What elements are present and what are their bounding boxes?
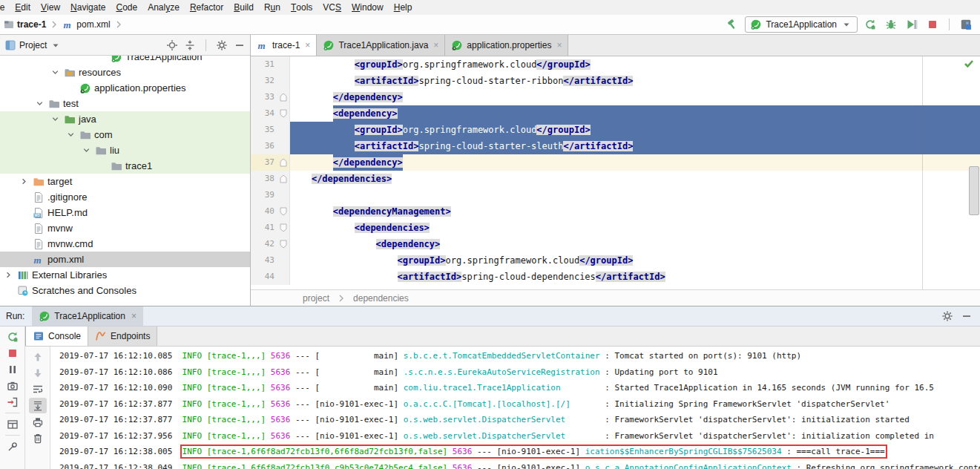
tree-item-application.properties[interactable]: application.properties <box>0 80 250 96</box>
close-icon[interactable]: × <box>131 311 137 321</box>
tree-item-test[interactable]: test <box>0 96 250 111</box>
menu-edit[interactable]: Edit <box>10 0 36 15</box>
code-line-42[interactable]: 42 <dependency> <box>251 236 980 252</box>
close-icon[interactable]: × <box>433 40 438 50</box>
up-stack-trace-button[interactable] <box>29 349 47 364</box>
stop-button[interactable] <box>4 345 22 361</box>
down-stack-trace-button[interactable] <box>29 365 47 381</box>
editor-scrollbar[interactable] <box>969 166 979 215</box>
thread-dump-button[interactable] <box>4 378 22 393</box>
menu-view[interactable]: View <box>36 0 65 15</box>
breadcrumb-pom.xml[interactable]: pom.xml <box>76 19 110 30</box>
code-line-37[interactable]: 37 </dependency> <box>251 154 980 171</box>
scroll-to-end-button[interactable] <box>29 398 47 413</box>
pin-button[interactable] <box>4 439 22 454</box>
print-button[interactable] <box>29 414 47 430</box>
menu-run[interactable]: Run <box>259 0 286 15</box>
editor-body[interactable]: 31 <groupId>org.springframework.cloud</g… <box>251 56 980 289</box>
close-icon[interactable]: × <box>556 40 562 50</box>
tree-item-scratches-and-consoles[interactable]: Scratches and Consoles <box>0 283 250 298</box>
chevron-right-icon[interactable] <box>19 176 30 187</box>
tree-item-external-libraries[interactable]: External Libraries <box>0 267 250 283</box>
tree-item-.gitignore[interactable]: .gitignore <box>0 189 250 205</box>
tab-console[interactable]: Console <box>25 327 88 346</box>
fold-marker-icon[interactable] <box>277 174 289 183</box>
menu-build[interactable]: Build <box>228 0 259 15</box>
menu-tools[interactable]: Tools <box>286 0 318 15</box>
tree-item-mvnw.cmd[interactable]: mvnw.cmd <box>0 236 250 252</box>
menu-vcs[interactable]: VCS <box>318 0 346 15</box>
code-line-39[interactable]: 39 <box>251 187 980 203</box>
fold-marker-icon[interactable] <box>277 240 289 249</box>
collapse-all-button[interactable] <box>184 39 196 51</box>
settings-button[interactable] <box>216 39 228 51</box>
build-button[interactable] <box>724 16 740 33</box>
code-line-35[interactable]: 35 <groupId>org.springframework.cloud</g… <box>251 122 980 138</box>
services-button[interactable] <box>958 16 974 33</box>
run-tab[interactable]: Trace1Application × <box>32 306 143 326</box>
tree-item-target[interactable]: target <box>0 174 250 189</box>
breadcrumb-project[interactable]: project <box>303 293 329 304</box>
code-line-33[interactable]: 33 </dependency> <box>251 89 980 105</box>
hide-button[interactable] <box>234 39 246 51</box>
tree-item-pom.xml[interactable]: mpom.xml <box>0 252 250 267</box>
code-line-31[interactable]: 31 <groupId>org.springframework.cloud</g… <box>251 56 980 73</box>
hide-button[interactable] <box>961 310 973 322</box>
rerun-button[interactable] <box>862 16 878 33</box>
code-line-43[interactable]: 43 <groupId>org.springframework.cloud</g… <box>251 252 980 269</box>
menu-help[interactable]: Help <box>389 0 418 15</box>
debug-button[interactable] <box>883 16 899 33</box>
fold-marker-icon[interactable] <box>277 207 289 216</box>
tree-item-mvnw[interactable]: mvnw <box>0 220 250 236</box>
tree-item-help.md[interactable]: MDHELP.md <box>0 205 250 220</box>
tree-item-trace1application[interactable]: Trace1Application <box>0 56 250 65</box>
rerun-button[interactable] <box>4 329 22 344</box>
chevron-down-icon[interactable] <box>50 114 61 125</box>
project-panel-title[interactable]: Project <box>19 40 47 50</box>
inspection-ok-icon[interactable] <box>963 57 975 69</box>
code-line-44[interactable]: 44 <artifactId>spring-cloud-dependencies… <box>251 269 980 285</box>
clear-all-button[interactable] <box>29 430 47 446</box>
tree-item-trace1[interactable]: trace1 <box>0 158 250 174</box>
tree-item-resources[interactable]: resources <box>0 65 250 80</box>
fold-marker-icon[interactable] <box>277 223 289 232</box>
menu-navigate[interactable]: Navigate <box>65 0 111 15</box>
chevron-down-icon[interactable] <box>50 39 62 51</box>
chevron-down-icon[interactable] <box>841 19 852 30</box>
stop-button[interactable] <box>924 16 941 33</box>
fold-marker-icon[interactable] <box>277 158 289 167</box>
chevron-down-icon[interactable] <box>34 98 45 109</box>
chevron-right-icon[interactable] <box>3 269 14 281</box>
fold-marker-icon[interactable] <box>277 93 289 102</box>
soft-wrap-button[interactable] <box>29 381 47 397</box>
tree-item-com[interactable]: com <box>0 127 250 142</box>
locate-button[interactable] <box>166 39 178 51</box>
exit-button[interactable] <box>4 394 22 410</box>
chevron-down-icon[interactable] <box>81 145 92 156</box>
code-line-34[interactable]: 34 <dependency> <box>251 105 980 122</box>
code-line-40[interactable]: 40 <dependencyManagement> <box>251 203 980 220</box>
chevron-down-icon[interactable] <box>50 67 61 78</box>
pause-button[interactable] <box>4 361 22 377</box>
settings-button[interactable] <box>941 310 953 322</box>
menu-code[interactable]: Code <box>111 0 142 15</box>
menu-file[interactable]: File <box>0 0 10 15</box>
tree-item-java[interactable]: java <box>0 111 250 127</box>
tab-endpoints[interactable]: Endpoints <box>88 327 157 346</box>
code-line-32[interactable]: 32 <artifactId>spring-cloud-starter-ribb… <box>251 73 980 89</box>
chevron-down-icon[interactable] <box>65 129 76 140</box>
code-line-38[interactable]: 38 </dependencies> <box>251 171 980 187</box>
code-line-36[interactable]: 36 <artifactId>spring-cloud-starter-sleu… <box>251 138 980 154</box>
coverage-button[interactable] <box>904 16 920 33</box>
breadcrumb-trace-1[interactable]: trace-1 <box>17 19 46 30</box>
editor-tab-trace1application.java[interactable]: Trace1Application.java× <box>317 35 445 56</box>
code-line-41[interactable]: 41 <dependencies> <box>251 220 980 236</box>
menu-window[interactable]: Window <box>346 0 389 15</box>
restore-layout-button[interactable] <box>4 416 22 432</box>
editor-tab-trace-1[interactable]: mtrace-1× <box>251 35 317 56</box>
breadcrumb-dependencies[interactable]: dependencies <box>353 293 409 304</box>
fold-marker-icon[interactable] <box>277 109 289 118</box>
tree-item-liu[interactable]: liu <box>0 142 250 158</box>
close-icon[interactable]: × <box>305 40 310 50</box>
editor-tab-application.properties[interactable]: application.properties× <box>445 35 568 56</box>
